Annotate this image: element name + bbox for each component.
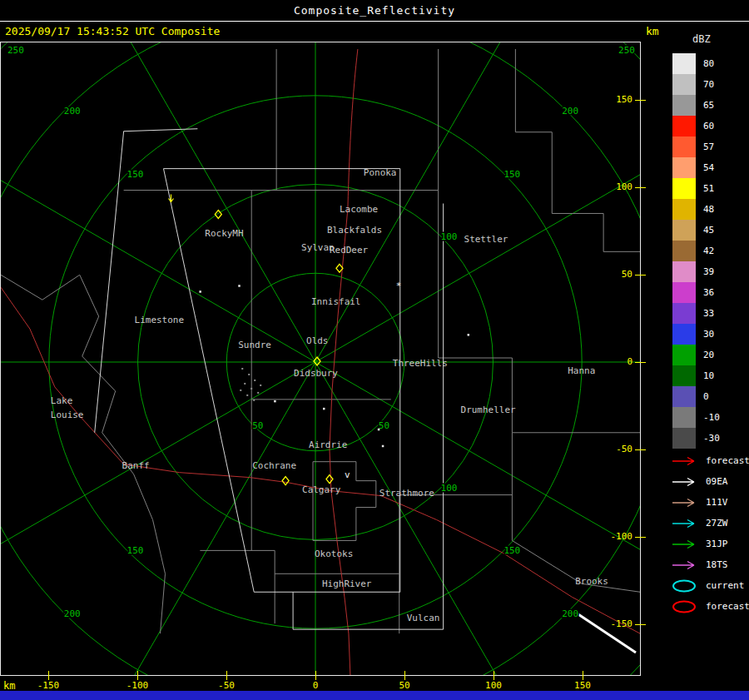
dbz-colorbar: 807065605754514845423936333020100-10-30 xyxy=(672,53,720,449)
colorbar-value-label: 36 xyxy=(703,287,714,298)
colorbar-row: 51 xyxy=(672,178,720,199)
city-label-okotoks: Okotoks xyxy=(315,549,353,559)
colorbar-value-label: -30 xyxy=(703,433,720,444)
bottom-axis-tick xyxy=(137,671,138,680)
point-marker xyxy=(382,445,384,447)
city-label-reddeer: RedDeer xyxy=(330,245,369,256)
point-marker xyxy=(238,285,240,286)
right-axis-label: 100 xyxy=(606,181,632,192)
colorbar-value-label: -10 xyxy=(703,412,720,423)
colorbar-swatch xyxy=(672,407,696,428)
point-marker xyxy=(378,429,379,430)
city-label-hanna: Hanna xyxy=(568,365,595,376)
colorbar-swatch xyxy=(672,116,696,137)
colorbar-row: 39 xyxy=(672,261,720,282)
colorbar-value-label: 0 xyxy=(703,391,709,402)
window-title: Composite_Reflectivity xyxy=(0,0,749,22)
range-ring-label: 200 xyxy=(562,106,578,117)
colorbar-row: 33 xyxy=(672,303,720,324)
colorbar-value-label: 20 xyxy=(703,350,714,360)
cell-ellipse-icon xyxy=(671,599,701,614)
right-axis-tick xyxy=(635,624,646,625)
colorbar-row: 80 xyxy=(672,53,720,74)
status-bar xyxy=(0,691,749,700)
city-label-highriver: HighRiver xyxy=(322,578,372,589)
bottom-axis-tick xyxy=(48,671,49,680)
colorbar-value-label: 80 xyxy=(703,58,714,69)
range-ring-label: 150 xyxy=(503,545,520,556)
track-arrow-icon xyxy=(671,495,701,510)
colorbar-swatch xyxy=(672,282,696,303)
track-legend: forecast09EA111V27ZW31JP18TScurrentforec… xyxy=(671,450,749,617)
colorbar-row: 60 xyxy=(672,116,720,137)
colorbar-swatch xyxy=(672,157,696,178)
city-label-louise: Louise xyxy=(51,410,84,420)
colorbar-swatch xyxy=(672,137,696,157)
track-legend-row: forecast xyxy=(671,450,749,471)
colorbar-value-label: 57 xyxy=(703,141,714,152)
bottom-axis-label: -150 xyxy=(30,680,67,691)
colorbar-row: 20 xyxy=(672,345,720,365)
colorbar-value-label: 33 xyxy=(703,308,714,319)
colorbar-value-label: 60 xyxy=(703,121,714,132)
clutter-speckles xyxy=(240,368,261,401)
storm-cell-marker xyxy=(326,475,333,484)
city-label-sundre: Sundre xyxy=(238,340,271,350)
colorbar-value-label: 51 xyxy=(703,183,714,194)
right-axis-tick xyxy=(635,275,646,276)
colorbar-value-label: 65 xyxy=(703,100,714,111)
colorbar-value-label: 45 xyxy=(703,225,714,236)
colorbar-swatch xyxy=(672,220,696,241)
track-arrow-icon xyxy=(671,474,701,489)
range-ring-label: 100 xyxy=(441,483,458,494)
city-label-limestone: Limestone xyxy=(135,315,184,325)
track-legend-row: 09EA xyxy=(671,471,749,492)
colorbar-swatch xyxy=(672,199,696,220)
bottom-axis-label: -100 xyxy=(119,680,156,691)
colorbar-swatch xyxy=(672,74,696,95)
right-axis-tick xyxy=(635,449,646,450)
track-legend-label: 27ZW xyxy=(706,518,728,529)
right-axis-tick xyxy=(635,362,646,363)
bottom-axis-tick xyxy=(315,671,316,680)
range-mark-line xyxy=(573,611,636,653)
colorbar-row: 54 xyxy=(672,157,720,178)
radar-map-svg: 5050100100150150150150200200200200250250… xyxy=(1,42,640,675)
city-label-stettler: Stettler xyxy=(464,234,508,245)
azimuth-spokes xyxy=(1,42,640,675)
radar-viewer-window: Composite_Reflectivity 2025/09/17 15:43:… xyxy=(0,0,749,700)
right-axis-label: -100 xyxy=(606,531,632,542)
right-axis-label: -150 xyxy=(606,618,632,629)
colorbar-value-label: 70 xyxy=(703,79,714,90)
track-legend-label: forecast xyxy=(706,455,749,466)
track-legend-row: current xyxy=(671,575,749,596)
city-label-vulcan: Vulcan xyxy=(407,613,440,623)
colorbar-swatch xyxy=(672,428,696,449)
colorbar-swatch xyxy=(672,261,696,282)
colorbar-row: -10 xyxy=(672,407,720,428)
track-arrow-icon xyxy=(671,537,701,552)
track-legend-row: 111V xyxy=(671,492,749,513)
right-axis-label: -50 xyxy=(606,444,632,454)
colorbar-value-label: 54 xyxy=(703,162,714,173)
city-label-drumheller: Drumheller xyxy=(461,405,516,415)
bottom-axis-tick xyxy=(583,671,583,680)
range-ring-label: 100 xyxy=(441,231,458,242)
city-label-lake: Lake xyxy=(51,395,72,406)
track-legend-row: 27ZW xyxy=(671,513,749,534)
bottom-axis-label: 150 xyxy=(564,680,601,691)
colorbar-row: 65 xyxy=(672,95,720,116)
colorbar-row: 42 xyxy=(672,241,720,261)
track-arrow-icon xyxy=(671,558,701,573)
range-ring-label: 150 xyxy=(127,545,144,556)
colorbar-row: 36 xyxy=(672,282,720,303)
city-label-didsbury: Didsbury xyxy=(294,368,338,379)
right-axis-unit-label: km xyxy=(646,25,659,37)
bottom-axis-label: -50 xyxy=(208,680,245,691)
city-label-calgary: Calgary xyxy=(302,484,341,495)
city-label-airdrie: Airdrie xyxy=(309,439,347,450)
range-ring-labels: 5050100100150150150150200200200200250250 xyxy=(7,45,635,619)
city-label-innisfail: Innisfail xyxy=(311,296,360,307)
point-marker xyxy=(199,290,201,292)
city-label-ponoka: Ponoka xyxy=(364,167,397,178)
